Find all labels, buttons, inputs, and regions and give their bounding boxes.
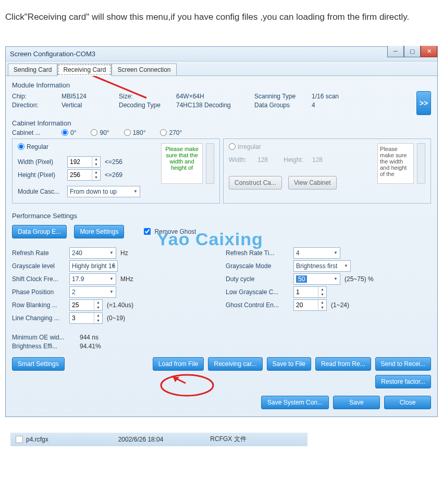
regular-scrollbar[interactable] xyxy=(206,143,214,184)
file-type: RCFGX 文件 xyxy=(210,435,302,444)
regular-hint-box: Please make sure that the width and heig… xyxy=(161,143,203,184)
oe-label: Minimum OE wid... xyxy=(12,334,80,341)
irregular-scrollbar[interactable] xyxy=(417,143,425,184)
save-button[interactable]: Save xyxy=(333,396,380,409)
height-spinner[interactable]: ▲▼ xyxy=(67,169,101,181)
shift-select[interactable]: 17.9 xyxy=(69,273,116,285)
read-from-receiving-button[interactable]: Read from Re... xyxy=(315,357,371,371)
rowb-spinner[interactable]: ▲▼ xyxy=(69,299,103,311)
height-hint: <=269 xyxy=(105,171,122,179)
groups-label: Data Groups xyxy=(254,102,312,109)
line-spinner[interactable]: ▲▼ xyxy=(69,312,103,324)
gray-mode-select[interactable]: Brightness first xyxy=(293,260,351,272)
shift-label: Shift Clock Fre... xyxy=(12,275,69,283)
decode-label: Decoding Type xyxy=(119,102,176,109)
bright-value: 94.41% xyxy=(80,343,101,350)
phase-label: Phase Position xyxy=(12,288,69,296)
bright-label: Brightness Effi... xyxy=(12,343,80,350)
chip-value: MBI5124 xyxy=(61,93,119,100)
spin-up-icon[interactable]: ▲ xyxy=(318,287,326,292)
scan-value: 1/16 scan xyxy=(312,93,369,100)
file-icon xyxy=(16,436,23,443)
rowb-unit: (=1.40us) xyxy=(107,301,133,309)
send-to-receiving-button[interactable]: Send to Recei... xyxy=(375,357,431,371)
spin-up-icon[interactable]: ▲ xyxy=(94,300,102,305)
rotate-270-radio[interactable]: 270° xyxy=(160,129,182,136)
irregular-radio[interactable]: Irregular xyxy=(229,143,261,150)
tab-sending-card[interactable]: Sending Card xyxy=(8,64,57,75)
irr-height-label: Height: xyxy=(284,156,312,163)
refresh-ti-label: Refresh Rate Ti... xyxy=(226,249,293,257)
regular-radio[interactable]: Regular xyxy=(18,143,48,150)
refresh-unit: Hz xyxy=(120,249,128,257)
rotate-0-radio[interactable]: 0° xyxy=(61,129,76,136)
cascade-select[interactable]: From down to up xyxy=(67,186,140,197)
rotate-90-radio[interactable]: 90° xyxy=(91,129,109,136)
close-button[interactable]: Close xyxy=(384,396,431,409)
cascade-label: Module Casc... xyxy=(18,188,67,195)
spin-down-icon[interactable]: ▼ xyxy=(318,292,326,297)
load-from-file-button[interactable]: Load from File xyxy=(153,357,204,371)
refresh-select[interactable]: 240 xyxy=(69,247,116,259)
ghost-label: Ghost Control En... xyxy=(226,301,293,309)
tab-screen-connection[interactable]: Screen Connection xyxy=(112,64,176,75)
direction-label: Direction: xyxy=(12,102,61,109)
remove-ghost-checkbox[interactable]: Remove Ghost xyxy=(142,226,196,236)
smart-settings-button[interactable]: Smart Settings xyxy=(12,357,65,371)
scan-label: Scanning Type xyxy=(254,93,312,100)
gray-select[interactable]: Highly bright 16 xyxy=(69,260,118,272)
titlebar: Screen Configuration-COM3 ─ ▢ ✕ xyxy=(6,47,437,61)
phase-select[interactable]: 2 xyxy=(69,286,116,298)
width-label: Width (Pixel) xyxy=(18,158,67,166)
spin-up-icon[interactable]: ▲ xyxy=(92,170,100,175)
view-cabinet-button[interactable]: View Cabinet xyxy=(288,176,337,190)
close-window-button[interactable]: ✕ xyxy=(421,46,437,57)
duty-select[interactable]: 50 xyxy=(293,273,340,285)
maximize-button[interactable]: ▢ xyxy=(404,46,421,57)
irregular-hint-box: Please make sure the width and height of… xyxy=(377,143,414,184)
receiving-card-button[interactable]: Receiving car... xyxy=(208,357,262,371)
construct-cabinet-button[interactable]: Construct Ca... xyxy=(229,176,282,190)
file-list-row[interactable]: p4.rcfgx 2002/6/26 18:04 RCFGX 文件 xyxy=(10,433,307,446)
cabinet-info-header: Cabinet Information xyxy=(12,119,431,127)
spin-down-icon[interactable]: ▼ xyxy=(92,162,100,167)
window-title: Screen Configuration-COM3 xyxy=(10,50,95,58)
save-system-config-button[interactable]: Save System Con... xyxy=(261,396,329,409)
restore-factory-button[interactable]: Restore factor... xyxy=(375,375,431,388)
ghost-unit: (1~24) xyxy=(331,301,349,309)
regular-panel: Regular Width (Pixel) ▲▼ <=256 Height (P… xyxy=(12,138,220,204)
expand-button[interactable]: >> xyxy=(416,91,431,115)
ghost-spinner[interactable]: ▲▼ xyxy=(293,299,327,311)
direction-value: Vertical xyxy=(61,102,119,109)
duty-label: Duty cycle xyxy=(226,275,293,283)
spin-up-icon[interactable]: ▲ xyxy=(94,313,102,318)
shift-unit: MHz xyxy=(120,275,133,283)
irr-width-value: 128 xyxy=(257,156,284,163)
spin-down-icon[interactable]: ▼ xyxy=(94,318,102,323)
size-value: 64W×64H xyxy=(176,93,254,100)
decode-value: 74HC138 Decoding xyxy=(176,102,254,109)
more-settings-button[interactable]: More Settings xyxy=(74,225,124,238)
instruction-text: Click"Receiving card" will show this men… xyxy=(5,9,438,26)
spin-down-icon[interactable]: ▼ xyxy=(94,305,102,310)
minimize-button[interactable]: ─ xyxy=(387,46,404,57)
width-hint: <=256 xyxy=(105,158,122,166)
chip-label: Chip: xyxy=(12,93,61,100)
refresh-ti-select[interactable]: 4 xyxy=(293,247,340,259)
spin-up-icon[interactable]: ▲ xyxy=(92,157,100,162)
tab-receiving-card[interactable]: Receiving Card xyxy=(57,64,112,76)
spin-down-icon[interactable]: ▼ xyxy=(318,305,326,310)
data-group-button[interactable]: Data Group E... xyxy=(12,225,67,238)
save-to-file-button[interactable]: Save to File xyxy=(267,357,311,371)
width-spinner[interactable]: ▲▼ xyxy=(67,156,101,168)
spin-down-icon[interactable]: ▼ xyxy=(92,175,100,180)
rotate-180-radio[interactable]: 180° xyxy=(124,129,146,136)
irr-height-value: 128 xyxy=(312,156,323,163)
lowg-spinner[interactable]: ▲▼ xyxy=(293,286,327,298)
size-label: Size: xyxy=(119,93,176,100)
spin-up-icon[interactable]: ▲ xyxy=(318,300,326,305)
perf-header: Performance Settings xyxy=(12,212,431,220)
file-date: 2002/6/26 18:04 xyxy=(118,436,211,443)
line-unit: (0~19) xyxy=(107,314,125,322)
oe-value: 944 ns xyxy=(80,334,99,341)
